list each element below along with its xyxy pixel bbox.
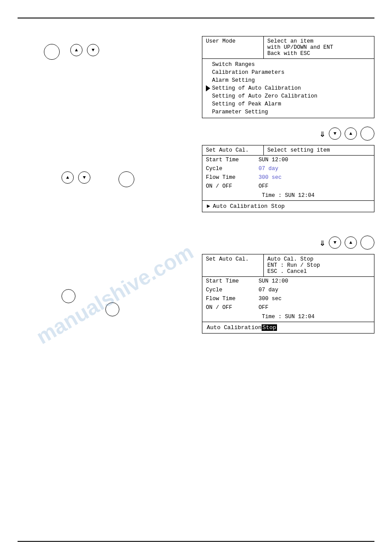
row-label: Start Time: [206, 157, 259, 163]
section2-data-row: Cycle07 day: [202, 164, 374, 173]
menu-item[interactable]: Switch Ranges: [202, 61, 374, 69]
section3-circle2-button[interactable]: [105, 302, 119, 316]
row-label: ON / OFF: [206, 305, 259, 311]
section2-down-button[interactable]: ▼: [78, 171, 90, 184]
up-arrow-icon: ▲: [75, 47, 78, 53]
section2-status-label: Auto Calibration Stop: [213, 203, 285, 210]
menu-item-label: Parameter Setting: [212, 109, 268, 115]
nav-down-icon2: ▼: [334, 240, 337, 245]
section2-data-row: Start TimeSUN 12:00: [202, 156, 374, 164]
section3-status-label-normal: Auto Calibration: [207, 324, 262, 331]
nav-down-icon: ▼: [334, 131, 337, 136]
section1-nav-up-button[interactable]: ▲: [345, 127, 357, 140]
section1-header-right: Select an item with UP/DOWN and ENT Back…: [264, 36, 374, 59]
down-arrow-icon: ▼: [92, 47, 95, 53]
section3-data-row: Cycle07 day: [202, 286, 374, 294]
section2-circle-button[interactable]: [119, 171, 134, 187]
section2-data-row: Flow Time300 sec: [202, 173, 374, 182]
section1-nav-down-button[interactable]: ▼: [329, 127, 341, 140]
section3-header-left: Set Auto Cal.: [202, 254, 264, 277]
row-value: 07 day: [259, 287, 278, 293]
section3-data-row: Start TimeSUN 12:00: [202, 277, 374, 286]
section1-circle-button[interactable]: [44, 44, 60, 60]
nav-up-icon: ▲: [349, 131, 352, 136]
menu-item-label: Setting of Peak Alarm: [212, 101, 281, 107]
menu-item[interactable]: Setting of Peak Alarm: [202, 100, 374, 108]
row-value: 300 sec: [259, 174, 282, 181]
row-value: OFF: [259, 305, 269, 311]
row-value: SUN 12:00: [259, 278, 288, 284]
section1-up-button[interactable]: ▲: [70, 44, 83, 56]
selected-arrow-icon: [206, 85, 210, 91]
bottom-rule: [18, 541, 374, 542]
section3-time: Time : SUN 12:04: [202, 312, 374, 322]
menu-item-label: Setting of Auto Zero Calibration: [212, 93, 317, 99]
section2-nav-double-down: ⇓: [320, 237, 325, 249]
section2-data-row: ON / OFFOFF: [202, 182, 374, 191]
row-value: 07 day: [259, 166, 278, 172]
section1-menu: Switch RangesCalibration ParametersAlarm…: [202, 59, 374, 118]
row-label: ON / OFF: [206, 183, 259, 189]
section1-header-left: User Mode: [202, 36, 264, 59]
down-arrow-icon2: ▼: [83, 175, 86, 180]
menu-item-label: Calibration Parameters: [212, 69, 284, 76]
section2-status-bar: ► Auto Calibration Stop: [202, 201, 374, 212]
section2-data: Start TimeSUN 12:00Cycle07 dayFlow Time3…: [202, 156, 374, 201]
menu-item[interactable]: Parameter Setting: [202, 108, 374, 116]
section2-time: Time : SUN 12:04: [202, 191, 374, 200]
section2-panel: Set Auto Cal. Select setting item Start …: [202, 145, 374, 212]
row-label: Start Time: [206, 278, 259, 284]
section3-data-row: Flow Time300 sec: [202, 294, 374, 303]
section2-header-right: Select setting item: [264, 145, 374, 156]
section1-panel: User Mode Select an item with UP/DOWN an…: [202, 36, 374, 118]
section2-nav-circle-button[interactable]: [360, 236, 374, 250]
section2-up-button[interactable]: ▲: [61, 171, 74, 184]
section3-status-label-highlight: Stop: [262, 324, 277, 331]
row-label: Cycle: [206, 287, 259, 293]
section3-status-bar: Auto Calibration Stop: [202, 322, 374, 334]
menu-item[interactable]: Setting of Auto Zero Calibration: [202, 92, 374, 100]
section2-status-arrow-icon: ►: [207, 203, 210, 210]
nav-up-icon2: ▲: [349, 240, 352, 245]
up-arrow-icon2: ▲: [66, 175, 69, 180]
section3-data: Start TimeSUN 12:00Cycle07 dayFlow Time3…: [202, 277, 374, 322]
section3-panel: Set Auto Cal. Auto Cal. Stop ENT : Run /…: [202, 254, 374, 334]
row-label: Flow Time: [206, 296, 259, 302]
section3-header-right: Auto Cal. Stop ENT : Run / Stop ESC . Ca…: [264, 254, 374, 277]
row-label: Flow Time: [206, 174, 259, 181]
menu-item-label: Switch Ranges: [212, 62, 255, 68]
menu-item[interactable]: Alarm Setting: [202, 76, 374, 84]
menu-item-label: Setting of Auto Calibration: [212, 85, 301, 91]
section1-nav-circle-button[interactable]: [360, 127, 374, 141]
row-value: 300 sec: [259, 296, 282, 302]
row-value: SUN 12:00: [259, 157, 288, 163]
section1-nav-double-down: ⇓: [320, 128, 325, 140]
row-label: Cycle: [206, 166, 259, 172]
section2-nav-down-button[interactable]: ▼: [329, 236, 341, 249]
section2-header-left: Set Auto Cal.: [202, 145, 264, 156]
section3-data-row: ON / OFFOFF: [202, 303, 374, 312]
section3-circle1-button[interactable]: [61, 289, 76, 303]
menu-item[interactable]: Calibration Parameters: [202, 69, 374, 76]
section2-nav-up-button[interactable]: ▲: [345, 236, 357, 249]
menu-item[interactable]: Setting of Auto Calibration: [202, 84, 374, 92]
menu-item-label: Alarm Setting: [212, 77, 255, 83]
row-value: OFF: [259, 183, 269, 189]
section1-down-button[interactable]: ▼: [87, 44, 99, 56]
